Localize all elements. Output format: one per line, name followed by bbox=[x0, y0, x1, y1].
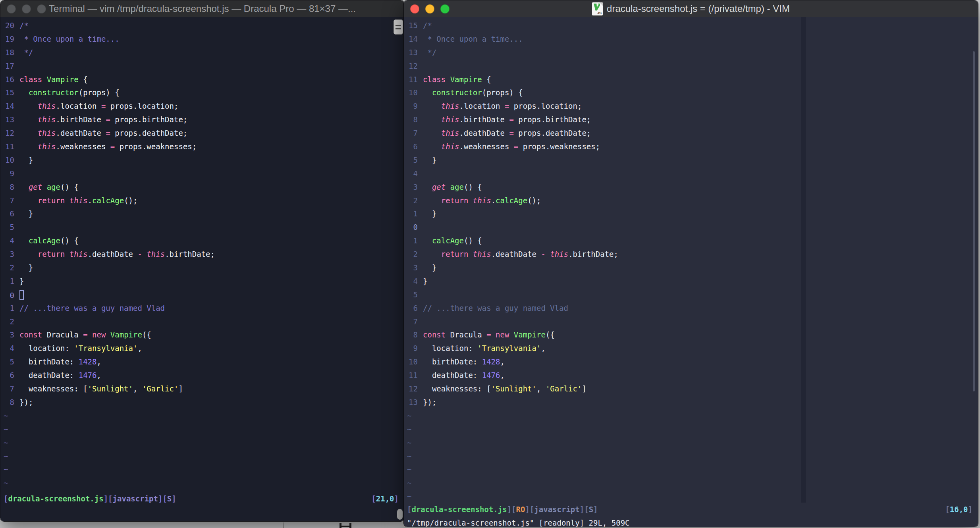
empty-buffer-line: ~ bbox=[407, 450, 978, 463]
code-area[interactable]: 15/*14 * Once upon a time...13 */1211cla… bbox=[404, 17, 978, 527]
code-line: 2 return this.calcAge(); bbox=[407, 194, 978, 208]
empty-buffer-line: ~ bbox=[407, 436, 978, 450]
code-line: 4 location: 'Transylvania', bbox=[4, 342, 404, 355]
line-number: 16 bbox=[4, 73, 14, 87]
code-line: 20/* bbox=[4, 19, 404, 33]
close-button[interactable] bbox=[7, 4, 16, 13]
line-number: 4 bbox=[4, 342, 14, 355]
line-number: 7 bbox=[4, 194, 14, 208]
empty-buffer-line: ~ bbox=[407, 490, 978, 503]
code-line: 4 bbox=[407, 167, 978, 181]
empty-buffer-line: ~ bbox=[4, 476, 404, 490]
line-number: 10 bbox=[407, 86, 418, 100]
code-line: 0 bbox=[407, 221, 978, 234]
vim-window-right: JS dracula-screenshot.js = (/private/tmp… bbox=[403, 0, 978, 527]
zoom-button[interactable] bbox=[440, 4, 449, 13]
line-number: 14 bbox=[4, 100, 14, 113]
right-scrollbar-thumb[interactable] bbox=[973, 51, 975, 391]
code-line: 7 return this.calcAge(); bbox=[4, 194, 404, 208]
vim-command-line: "/tmp/dracula-screenshot.js" [readonly] … bbox=[407, 516, 972, 527]
code-line: 15/* bbox=[407, 19, 978, 33]
left-titlebar[interactable]: Terminal — vim /tmp/dracula-screenshot.j… bbox=[0, 0, 404, 17]
close-button[interactable] bbox=[410, 4, 419, 13]
code-line: 15 constructor(props) { bbox=[4, 86, 404, 100]
code-line: 1 } bbox=[407, 207, 978, 221]
right-status-cursor-position: [16,0] bbox=[945, 503, 972, 516]
line-number: 2 bbox=[407, 194, 418, 208]
line-number: 11 bbox=[407, 73, 418, 87]
line-number: 6 bbox=[4, 207, 14, 221]
right-titlebar[interactable]: JS dracula-screenshot.js = (/private/tmp… bbox=[404, 0, 978, 17]
line-number: 9 bbox=[4, 167, 14, 181]
line-number: 5 bbox=[407, 288, 418, 302]
right-traffic-lights bbox=[410, 0, 449, 17]
line-number: 19 bbox=[4, 33, 14, 46]
line-number: 3 bbox=[407, 261, 418, 275]
code-line: 5 birthDate: 1428, bbox=[4, 355, 404, 369]
code-line: 8 this.birthDate = props.birthDate; bbox=[407, 113, 978, 127]
line-number: 4 bbox=[4, 234, 14, 248]
code-line: 17 bbox=[4, 60, 404, 73]
line-number: 0 bbox=[407, 221, 418, 234]
line-number: 13 bbox=[407, 46, 418, 60]
line-number: 15 bbox=[407, 19, 418, 33]
minimize-button[interactable] bbox=[425, 4, 434, 13]
empty-buffer-line: ~ bbox=[407, 423, 978, 436]
code-line: 14 * Once upon a time... bbox=[407, 33, 978, 46]
code-line: 4} bbox=[407, 275, 978, 288]
code-line: 18 */ bbox=[4, 46, 404, 60]
code-line: 9 this.location = props.location; bbox=[407, 100, 978, 113]
code-line: 14 this.location = props.location; bbox=[4, 100, 404, 113]
line-number: 9 bbox=[407, 342, 418, 355]
line-number: 1 bbox=[4, 275, 14, 288]
right-vim-statusline: [dracula-screenshot.js][RO][javascript][… bbox=[407, 503, 972, 516]
code-line: 6// ...there was a guy named Vlad bbox=[407, 302, 978, 315]
code-area[interactable]: 20/*19 * Once upon a time...18 */1716cla… bbox=[0, 17, 404, 521]
empty-buffer-line: ~ bbox=[4, 450, 404, 463]
split-pane-button[interactable] bbox=[394, 19, 403, 35]
code-line: 13 this.birthDate = props.birthDate; bbox=[4, 113, 404, 127]
code-line: 3 return this.deathDate - this.birthDate… bbox=[4, 248, 404, 261]
vim-cursor bbox=[19, 290, 24, 300]
line-number: 5 bbox=[4, 355, 14, 369]
code-line: 8}); bbox=[4, 396, 404, 409]
empty-buffer-line: ~ bbox=[4, 463, 404, 476]
line-number: 2 bbox=[4, 261, 14, 275]
code-line: 10 constructor(props) { bbox=[407, 86, 978, 100]
line-number: 14 bbox=[407, 33, 418, 46]
vim-logo-icon bbox=[594, 4, 600, 11]
empty-buffer-line: ~ bbox=[4, 436, 404, 450]
code-line: 4 calcAge() { bbox=[4, 234, 404, 248]
js-file-proxy-icon[interactable]: JS bbox=[592, 2, 603, 15]
minimize-button[interactable] bbox=[22, 4, 31, 13]
line-number: 10 bbox=[4, 154, 14, 167]
right-status-file-info: [dracula-screenshot.js][RO][javascript][… bbox=[407, 503, 598, 516]
line-number: 6 bbox=[4, 369, 14, 382]
line-number: 8 bbox=[407, 113, 418, 127]
code-line: 12 this.deathDate = props.deathDate; bbox=[4, 127, 404, 140]
code-line: 3 get age() { bbox=[407, 181, 978, 194]
left-status-cursor-position: [21,0] bbox=[371, 492, 399, 505]
line-number: 3 bbox=[4, 328, 14, 342]
line-number: 18 bbox=[4, 46, 14, 60]
code-line: 2 bbox=[4, 315, 404, 329]
code-line: 10 birthDate: 1428, bbox=[407, 355, 978, 369]
line-number: 3 bbox=[407, 181, 418, 194]
left-traffic-lights bbox=[7, 0, 46, 17]
line-number: 6 bbox=[407, 140, 418, 154]
zoom-button[interactable] bbox=[37, 4, 46, 13]
right-window-title: dracula-screenshot.js = (/private/tmp) -… bbox=[607, 3, 790, 14]
left-terminal-content: 20/*19 * Once upon a time...18 */1716cla… bbox=[0, 17, 404, 521]
line-number: 17 bbox=[4, 60, 14, 73]
code-line: 12 bbox=[407, 60, 978, 73]
code-line: 6 this.weaknesses = props.weaknesses; bbox=[407, 140, 978, 154]
left-scrollbar-thumb[interactable] bbox=[397, 509, 403, 520]
code-line: 5 bbox=[407, 288, 978, 302]
line-number: 4 bbox=[407, 275, 418, 288]
line-number: 5 bbox=[4, 221, 14, 234]
line-number: 7 bbox=[407, 315, 418, 329]
code-line: 16class Vampire { bbox=[4, 73, 404, 87]
code-line: 8 get age() { bbox=[4, 181, 404, 194]
terminal-window-left: Terminal — vim /tmp/dracula-screenshot.j… bbox=[0, 0, 405, 522]
line-number: 12 bbox=[4, 127, 14, 140]
